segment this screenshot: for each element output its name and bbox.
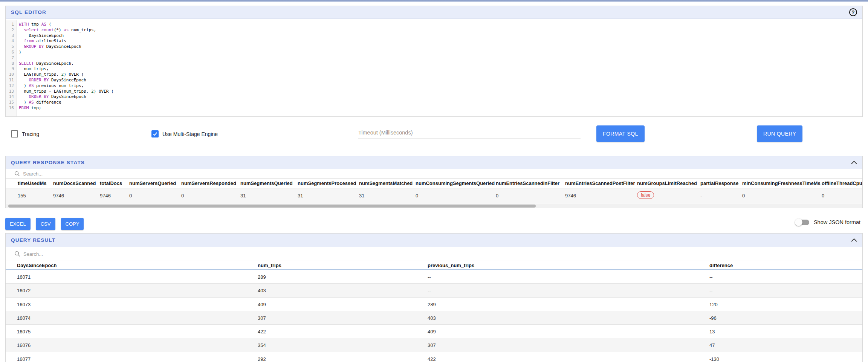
line-number: 6 [6,50,17,55]
stats-cell: 0 [129,193,132,199]
stats-column-header: offlineThreadCpuTimeNs [822,180,862,186]
code-line[interactable] [19,55,862,61]
code-line[interactable]: SELECT DaysSinceEpoch, [19,61,862,67]
result-cell: 307 [428,342,436,348]
multistage-checkbox-group[interactable]: Use Multi-Stage Engine [151,130,218,137]
line-number: 8 [6,61,17,67]
code-line[interactable]: LAG(num_trips, 2) OVER ( [19,72,862,78]
stats-search-input[interactable] [23,171,859,177]
horizontal-scrollbar-thumb[interactable] [8,205,536,208]
stats-header: QUERY RESPONSE STATS [6,156,862,169]
stats-column-header: numServersResponded [181,180,236,186]
stats-cell: 155 [18,193,26,199]
show-json-toggle[interactable] [796,220,809,225]
code-line[interactable]: GROUP BY DaysSinceEpoch [19,44,862,50]
tracing-checkbox-group[interactable]: Tracing [11,130,39,137]
table-row[interactable]: 16071289---- [6,270,862,284]
search-icon [14,251,20,257]
result-header-row: DaysSinceEpochnum_tripsprevious_num_trip… [6,261,862,270]
collapse-chevron-icon[interactable] [851,238,857,242]
stats-cell: false [637,193,654,200]
result-cell: 16071 [17,274,31,280]
code-line[interactable]: ORDER BY DaysSinceEpoch [19,94,862,100]
stats-cell: 0 [416,193,418,199]
table-row[interactable]: 16072403---- [6,284,862,297]
horizontal-scrollbar [6,204,862,208]
code-line[interactable]: num_trips, [19,66,862,72]
stats-cell: 0 [822,193,824,199]
checkmark-icon [152,131,158,137]
collapse-chevron-icon[interactable] [851,161,857,164]
code-line[interactable]: ) AS previous_num_trips, [19,83,862,89]
stats-column-header: minConsumingFreshnessTimeMs [742,180,821,186]
stats-search-row [6,169,862,179]
sql-code-editor[interactable]: 12345678910111213141516 WITH tmp AS ( se… [6,20,862,116]
sql-code-area[interactable]: WITH tmp AS ( select count(*) as num_tri… [17,20,862,116]
result-column-header[interactable]: previous_num_trips [428,263,474,268]
result-cell: 422 [258,329,266,335]
result-table-body: 16071289----16072403----1607340928912016… [6,270,862,362]
tracing-checkbox[interactable] [11,130,18,137]
timeout-input[interactable] [358,127,581,139]
result-header: QUERY RESULT [6,234,862,247]
code-line[interactable]: ORDER BY DaysSinceEpoch [19,78,862,83]
show-json-label: Show JSON format [814,219,860,225]
line-number: 3 [6,33,17,39]
code-line[interactable]: FROM tmp; [19,105,862,111]
code-line[interactable]: ) [19,50,862,55]
result-cell: 403 [258,288,266,293]
stats-column-header: numEntriesScannedInFilter [496,180,559,186]
result-column-header[interactable]: num_trips [258,263,281,268]
code-line[interactable]: from airlineStats [19,38,862,44]
result-cell: 16075 [17,329,31,335]
line-number: 2 [6,27,17,33]
result-column-header[interactable]: DaysSinceEpoch [17,263,57,268]
result-cell: 16074 [17,315,31,321]
table-row[interactable]: 16077292422-130 [6,352,862,362]
stats-column-header: partialResponse [700,180,738,186]
stats-cell: 9746 [565,193,576,199]
table-row[interactable]: 16074307403-96 [6,311,862,325]
table-row[interactable]: 1607542240913 [6,325,862,338]
line-number-gutter: 12345678910111213141516 [6,20,17,116]
stats-title: QUERY RESPONSE STATS [11,160,85,165]
table-row[interactable]: 16073409289120 [6,298,862,311]
result-column-header[interactable]: difference [709,263,733,268]
stats-column-header: numSegmentsMatched [359,180,413,186]
query-result-card: QUERY RESULT DaysSinceEpochnum_tripsprev… [5,233,863,362]
run-query-button[interactable]: RUN QUERY [757,125,802,142]
sql-editor-card: SQL EDITOR ? 12345678910111213141516 WIT… [5,6,863,117]
code-line[interactable]: ) AS difference [19,100,862,105]
toggle-knob [795,218,802,226]
format-sql-button[interactable]: FORMAT SQL [596,125,645,142]
code-line[interactable]: DaysSinceEpoch [19,33,862,39]
result-cell: 120 [709,302,718,307]
result-cell: 354 [258,342,266,348]
result-search-input[interactable] [23,251,859,257]
line-number: 13 [6,89,17,95]
stats-cell: 0 [181,193,184,199]
stats-column-header: numSegmentsQueried [240,180,293,186]
stats-cell: 0 [742,193,745,199]
stats-column-header: numConsumingSegmentsQueried [416,180,495,186]
code-line[interactable]: WITH tmp AS ( [19,22,862,27]
multistage-label: Use Multi-Stage Engine [162,131,218,137]
stats-cell: 0 [496,193,498,199]
result-cell: 409 [258,302,266,307]
query-response-stats-card: QUERY RESPONSE STATS timeUsedMsnumDocsSc… [5,156,863,208]
table-row[interactable]: 1607635430747 [6,338,862,352]
excel-button[interactable]: EXCEL [5,218,31,230]
csv-button[interactable]: CSV [36,218,55,230]
help-icon[interactable]: ? [849,8,857,16]
stats-cell: 31 [240,193,246,199]
stats-column-header: numServersQueried [129,180,176,186]
result-cell: 13 [709,329,715,335]
line-number: 4 [6,38,17,44]
line-number: 11 [6,78,17,83]
result-cell: 422 [428,356,436,362]
code-line[interactable]: num_trips - LAG(num_trips, 2) OVER ( [19,89,862,95]
multistage-checkbox[interactable] [151,130,159,137]
copy-button[interactable]: COPY [61,218,84,230]
line-number: 10 [6,72,17,78]
code-line[interactable]: select count(*) as num_trips, [19,27,862,33]
